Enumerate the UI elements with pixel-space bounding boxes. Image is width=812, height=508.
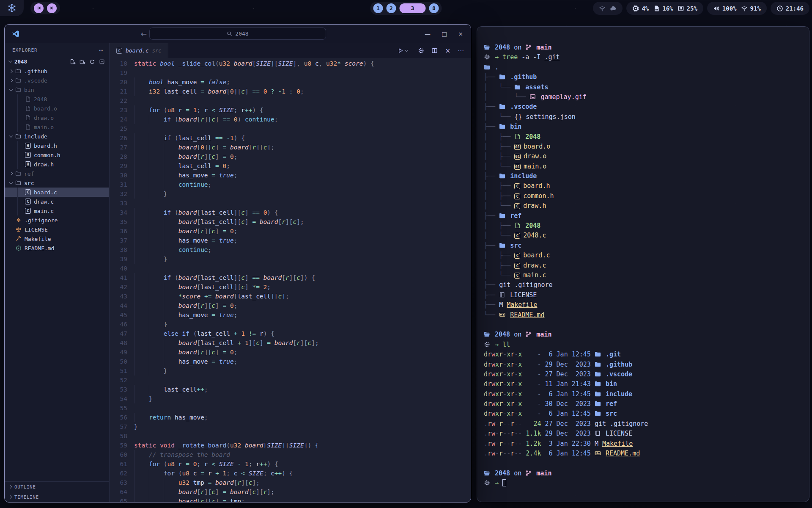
filetype-chip-icon: C (514, 263, 520, 269)
workspace-8[interactable]: 8 (429, 3, 439, 13)
code-line: 40 (110, 264, 471, 273)
file-tree-item-README.md[interactable]: README.md (5, 243, 109, 253)
terminal-line: drwxr-xr-x - 30 Dec 2023 ref (484, 400, 809, 410)
file-tree-item-board.h[interactable]: Hboard.h (5, 141, 109, 150)
terminal-line: │ └── {} settings.json (484, 113, 809, 123)
timeline-section[interactable]: TIMELINE (5, 492, 109, 502)
code-line: 37 has_move = true; (110, 236, 471, 245)
file-tree-item-Makefile[interactable]: Makefile (5, 234, 109, 243)
terminal-line: → ll (484, 341, 809, 351)
chevron-down-icon (9, 134, 13, 137)
run-button[interactable] (397, 47, 411, 54)
play-icon (397, 47, 403, 54)
file-tree-item-2048[interactable]: 2048 (5, 94, 109, 104)
gitdiamond-icon (16, 217, 22, 223)
new-folder-button[interactable] (80, 59, 85, 65)
settings-gear-button[interactable] (418, 47, 424, 54)
refresh-button[interactable] (89, 59, 95, 65)
line-number: 30 (110, 171, 134, 180)
terminal-line: .rw-r--r-- 2.4k 6 Jan 12:45 README.md (484, 450, 809, 459)
terminal-line: └── README.md (484, 311, 809, 321)
launcher-button[interactable] (0, 0, 24, 16)
terminal-line: ├── git .gitignore (484, 281, 809, 291)
filetype-chip-icon: C (25, 189, 31, 195)
folder-open-icon (484, 44, 490, 50)
collapse-all-button[interactable] (99, 59, 105, 65)
audio-network-stats: 100% 91% (707, 2, 767, 15)
file-tree-item-draw.h[interactable]: Hdraw.h (5, 160, 109, 169)
folder-icon (595, 351, 601, 357)
filetype-chip-icon: 01 (514, 144, 521, 150)
media-previous-button[interactable] (34, 3, 44, 13)
gear-icon (484, 480, 490, 486)
workspace-1[interactable]: 1 (373, 3, 383, 13)
file-icon (514, 222, 521, 229)
file-tree-item-draw.o[interactable]: draw.o (5, 113, 109, 122)
line-number: 28 (110, 152, 134, 161)
file-icon (25, 115, 31, 121)
code-line: 49 board[r][c] = 0; (110, 348, 471, 357)
line-number: 39 (110, 254, 134, 264)
line-number: 52 (110, 375, 134, 385)
file-tree-item-board.c[interactable]: Cboard.c (5, 188, 109, 197)
split-editor-button[interactable] (431, 47, 438, 54)
minimize-button[interactable]: — (425, 30, 431, 37)
file-tree-item-ref[interactable]: ref (5, 169, 109, 178)
terminal-line (484, 459, 809, 469)
file-icon (25, 105, 31, 111)
workspace-3[interactable]: 3 (400, 3, 426, 13)
filetype-chip-icon: C (514, 203, 520, 209)
tab-board-c[interactable]: C board.c src (110, 43, 168, 58)
file-tree-item-src[interactable]: src (5, 178, 109, 188)
file-label: Makefile (25, 236, 51, 242)
file-tree-item-.gitignore[interactable]: .gitignore (5, 215, 109, 225)
folder-icon (484, 64, 490, 70)
terminal-line: │ └── gameplay.gif (484, 93, 809, 103)
more-actions-button[interactable]: ⋯ (458, 47, 464, 55)
root-folder-label: 2048 (14, 58, 27, 65)
file-tree-item-.github[interactable]: .github (5, 66, 109, 76)
volume-stat: 100% (713, 5, 737, 12)
terminal-window[interactable]: 2048 on main → tree -a -I .git .├── .git… (477, 26, 809, 502)
terminal-line: ├── M Makefile (484, 301, 809, 311)
close-button[interactable]: × (458, 30, 463, 37)
snowflake-logo-icon (7, 3, 16, 13)
chevron-down-icon (9, 87, 13, 91)
command-center-search[interactable]: 2048 (149, 28, 326, 40)
maximize-button[interactable]: □ (442, 30, 447, 37)
file-tree-item-bin[interactable]: bin (5, 85, 109, 94)
media-next-button[interactable] (47, 3, 57, 13)
terminal-line: drwxr-xr-x - 11 Jan 21:43 bin (484, 380, 809, 390)
file-tree-item-LICENSE[interactable]: LICENSE (5, 225, 109, 234)
file-icon (25, 96, 31, 102)
chevron-right-icon (8, 485, 12, 489)
new-file-button[interactable] (70, 59, 76, 65)
cpu-value: 4% (642, 5, 649, 12)
file-label: 2048 (34, 96, 47, 102)
line-number: 36 (110, 226, 134, 236)
explorer-more-button[interactable]: ⋯ (99, 47, 103, 53)
file-tree-item-draw.c[interactable]: Cdraw.c (5, 197, 109, 206)
file-tree-item-main.c[interactable]: Cmain.c (5, 206, 109, 215)
line-number: 63 (110, 478, 134, 487)
clock-widget: 21:46 (771, 2, 809, 15)
outline-section[interactable]: OUTLINE (5, 482, 109, 492)
line-number: 56 (110, 413, 134, 422)
folder-o-icon (15, 87, 21, 93)
file-tree-item-.vscode[interactable]: .vscode (5, 76, 109, 85)
explorer-root-folder[interactable]: 2048 (5, 57, 109, 66)
file-label: include (24, 133, 47, 140)
terminal-line: │ └── C2048.c (484, 232, 809, 241)
file-tree-item-main.o[interactable]: main.o (5, 122, 109, 132)
file-tree-item-board.o[interactable]: board.o (5, 104, 109, 113)
workspace-2[interactable]: 2 (387, 3, 396, 13)
code-editor[interactable]: 18static bool _slide_col(u32 board[SIZE]… (110, 58, 471, 502)
file-tree: .github.vscodebin2048board.odraw.omain.o… (5, 66, 109, 481)
close-editor-button[interactable]: × (445, 47, 450, 55)
file-tree-item-common.h[interactable]: Hcommon.h (5, 150, 109, 160)
back-arrow-icon[interactable]: ← (141, 30, 147, 38)
file-tree-item-include[interactable]: include (5, 132, 109, 141)
filetype-chip-icon: H (25, 161, 31, 167)
tray-network-apps[interactable] (593, 2, 623, 15)
terminal-line: │ ├── Cdraw.c (484, 262, 809, 271)
